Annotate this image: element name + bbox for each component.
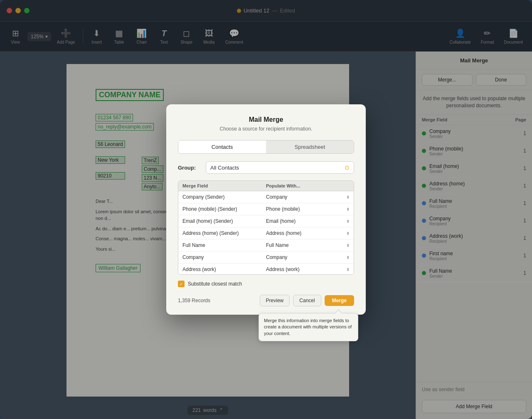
table-row[interactable]: Address (work) Address (work) ⬍ [178, 264, 354, 274]
cancel-button[interactable]: Cancel [293, 295, 321, 306]
merge-tooltip: Merge this information into merge fields… [259, 313, 358, 341]
row-stepper-icon[interactable]: ⬍ [346, 231, 350, 236]
dialog-footer-right: Preview Cancel Merge Merge this informat… [260, 295, 354, 306]
dialog-checkbox-row: ✓ Substitute closest match [178, 281, 354, 287]
row-stepper-icon[interactable]: ⬍ [346, 195, 350, 200]
row-merge-field: Address (work) [182, 266, 266, 272]
dialog-merge-button[interactable]: Merge [325, 295, 354, 306]
table-row[interactable]: Full Name Full Name ⬍ [178, 239, 354, 251]
row-populate-field[interactable]: Email (home) ⬍ [266, 218, 350, 224]
row-stepper-icon[interactable]: ⬍ [346, 219, 350, 224]
dialog-table-header: Merge Field Populate With... [178, 181, 354, 191]
table-row[interactable]: Email (home) (Sender) Email (home) ⬍ [178, 215, 354, 227]
table-row[interactable]: Company (Sender) Company ⬍ [178, 191, 354, 203]
table-row[interactable]: Phone (mobile) (Sender) Phone (mobile) ⬍ [178, 203, 354, 215]
group-value: All Contacts [210, 165, 239, 171]
row-merge-field: Phone (mobile) (Sender) [182, 206, 266, 212]
dialog-title: Mail Merge [178, 116, 354, 123]
records-count: 1,359 Records [178, 298, 210, 303]
checkbox-label: Substitute closest match [188, 281, 242, 287]
dialog-footer: 1,359 Records Preview Cancel Merge Merge… [178, 295, 354, 306]
row-populate-field[interactable]: Full Name ⬍ [266, 242, 350, 248]
preview-button[interactable]: Preview [260, 295, 290, 306]
modal-overlay: Mail Merge Choose a source for recipient… [0, 0, 532, 419]
row-merge-field: Full Name [182, 242, 266, 248]
row-populate-field[interactable]: Address (work) ⬍ [266, 266, 350, 272]
tab-contacts[interactable]: Contacts [178, 140, 266, 153]
dialog-tabs: Contacts Spreadsheet [178, 140, 354, 154]
table-row[interactable]: Address (home) (Sender) Address (home) ⬍ [178, 227, 354, 239]
row-stepper-icon[interactable]: ⬍ [346, 255, 350, 260]
mail-merge-dialog: Mail Merge Choose a source for recipient… [166, 104, 366, 315]
row-populate-field[interactable]: Company ⬍ [266, 254, 350, 260]
row-stepper-icon[interactable]: ⬍ [346, 243, 350, 248]
dialog-table: Merge Field Populate With... Company (Se… [178, 180, 354, 275]
row-populate-field[interactable]: Address (home) ⬍ [266, 230, 350, 236]
group-label: Group: [178, 165, 201, 171]
table-row[interactable]: Company Company ⬍ [178, 251, 354, 264]
dialog-table-body: Company (Sender) Company ⬍ Phone (mobile… [178, 191, 354, 274]
dialog-subtitle: Choose a source for recipient informatio… [178, 126, 354, 132]
row-merge-field: Company [182, 254, 266, 260]
col-populate-with: Populate With... [266, 183, 350, 188]
row-stepper-icon[interactable]: ⬍ [346, 267, 350, 272]
row-merge-field: Company (Sender) [182, 194, 266, 200]
row-populate-field[interactable]: Company ⬍ [266, 194, 350, 200]
row-merge-field: Email (home) (Sender) [182, 218, 266, 224]
app-window: Untitled 12 — Edited ⊞ View 125% ▾ ➕ Add… [0, 0, 532, 419]
row-stepper-icon[interactable]: ⬍ [346, 207, 350, 212]
select-arrow-icon: ⊙ [345, 164, 350, 171]
group-select[interactable]: All Contacts ⊙ [206, 161, 354, 174]
row-merge-field: Address (home) (Sender) [182, 230, 266, 236]
col-merge-field: Merge Field [182, 183, 266, 188]
row-populate-field[interactable]: Phone (mobile) ⬍ [266, 206, 350, 212]
main-layout: COMPANY NAME 01234 567 890 no_reply@exam… [0, 52, 532, 419]
dialog-group-row: Group: All Contacts ⊙ [178, 161, 354, 174]
substitute-checkbox[interactable]: ✓ [178, 281, 185, 287]
tab-spreadsheet[interactable]: Spreadsheet [266, 140, 354, 153]
